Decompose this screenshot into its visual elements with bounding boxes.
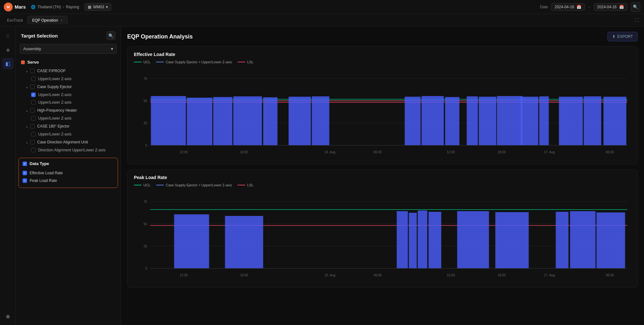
svg-rect-26 xyxy=(539,96,549,145)
case-supply-z2-checkbox[interactable] xyxy=(31,100,36,105)
rail-layers-button[interactable]: ◧ xyxy=(2,58,14,69)
analysis-title: EQP Operation Analysis xyxy=(127,33,193,40)
svg-rect-50 xyxy=(225,216,263,268)
chart1-title: Effective Load Rate xyxy=(134,52,631,57)
tree-child-hf-heater-z1[interactable]: Upper/Lower Z-axis xyxy=(18,114,118,122)
tab-close-icon[interactable]: × xyxy=(60,18,62,22)
tab-evotrack[interactable]: EvoTrack xyxy=(3,16,27,24)
svg-rect-56 xyxy=(495,212,529,268)
topbar-search-button[interactable]: 🔍 xyxy=(631,2,640,12)
svg-text:0: 0 xyxy=(145,267,147,270)
chart2-lsl-line-icon xyxy=(238,185,245,185)
chart2-main-label: Case Supply Ejector > Upper/Lower Z-axis xyxy=(166,183,232,187)
chart2-legend-ucl: UCL xyxy=(134,183,150,187)
svg-rect-58 xyxy=(570,211,596,268)
svg-text:12:00: 12:00 xyxy=(447,150,455,154)
servo-group: Servo ▴ CASE F/PROOF Upper/Lower Z-axis … xyxy=(18,58,118,154)
case-supply-z1-checkbox[interactable] xyxy=(31,93,36,97)
svg-rect-28 xyxy=(584,96,601,145)
topbar: M Mars 🌐 Thailand (TH) › Rayong ▦ WM03 ▾… xyxy=(0,0,644,14)
wm-chevron: ▾ xyxy=(106,5,108,9)
side-panel: Target Selection 🔍 Assembly ▾ Servo ▴ xyxy=(16,27,121,325)
case-supply-checkbox[interactable] xyxy=(30,85,35,89)
chart-area: EQP Operation Analysis ⬆ EXPORT Effectiv… xyxy=(121,27,644,325)
chart1-ucl-label: UCL xyxy=(143,60,150,64)
chart1-legend-lsl: LSL xyxy=(238,60,253,64)
tree-item-case-fproof[interactable]: ▴ CASE F/PROOF xyxy=(18,67,118,75)
case-180-checkbox[interactable] xyxy=(30,124,35,128)
tab-expand-icon[interactable]: ⛶ xyxy=(635,18,639,23)
assembly-dropdown[interactable]: Assembly ▾ xyxy=(20,44,117,54)
tree-item-case-supply[interactable]: ▴ Case Supply Ejector xyxy=(18,83,118,91)
cdau-label: Case Direction Alignment Unit xyxy=(37,140,88,144)
chart1-legend-ucl: UCL xyxy=(134,60,150,64)
case-180-z1-label: Upper/Lower Z-axis xyxy=(38,132,72,136)
rail-globe-button[interactable]: ◉ xyxy=(2,310,14,322)
export-icon: ⬆ xyxy=(612,34,615,39)
globe-icon: 🌐 xyxy=(31,5,36,9)
effective-load-rate-checkbox[interactable] xyxy=(23,171,27,175)
svg-rect-52 xyxy=(409,213,417,268)
chart2-ucl-label: UCL xyxy=(143,183,150,187)
tree-item-case-180[interactable]: ▴ CASE 180° Ejector xyxy=(18,122,118,130)
effective-load-rate-card: Effective Load Rate UCL Case Supply Ejec… xyxy=(127,46,638,164)
svg-rect-54 xyxy=(429,212,441,268)
hf-heater-z1-checkbox[interactable] xyxy=(31,116,36,121)
svg-rect-49 xyxy=(174,214,209,268)
svg-rect-55 xyxy=(457,211,489,268)
svg-text:18:00: 18:00 xyxy=(498,150,506,154)
rail-home-button[interactable]: ⌂ xyxy=(2,30,14,41)
peak-load-rate-checkbox[interactable] xyxy=(23,178,27,183)
tree-child-case-fproof-z1[interactable]: Upper/Lower Z-axis xyxy=(18,75,118,83)
wm-badge[interactable]: ▦ WM03 ▾ xyxy=(84,3,112,11)
date-separator: – xyxy=(588,4,590,9)
chart1-legend: UCL Case Supply Ejector > Upper/Lower Z-… xyxy=(134,60,631,64)
tree-child-case-supply-z1[interactable]: Upper/Lower Z-axis xyxy=(18,91,118,99)
case-fproof-checkbox[interactable] xyxy=(30,69,35,73)
svg-rect-12 xyxy=(151,96,186,145)
hf-heater-checkbox[interactable] xyxy=(30,108,35,113)
topbar-right: Date 2024-04-16 📅 – 2024-04-16 📅 🔍 xyxy=(540,2,640,12)
data-type-master-checkbox[interactable] xyxy=(23,162,27,166)
hf-heater-label: High-Frequency Heater xyxy=(37,108,77,113)
rail-chart-button[interactable]: ◈ xyxy=(2,44,14,55)
case-180-chevron: ▴ xyxy=(26,125,28,128)
tree-item-hf-heater[interactable]: ▴ High-Frequency Heater xyxy=(18,106,118,114)
svg-text:17. Aug: 17. Aug xyxy=(544,273,555,277)
case-180-z1-checkbox[interactable] xyxy=(31,132,36,136)
svg-rect-18 xyxy=(312,96,329,145)
tree-child-cdau-z1[interactable]: Direction Alignment Upper/Lower Z-axis xyxy=(18,146,118,154)
date-end-value: 2024-04-16 xyxy=(597,5,617,9)
assembly-dropdown-value: Assembly xyxy=(23,46,41,51)
data-type-effective[interactable]: Effective Load Rate xyxy=(23,169,114,177)
tree-child-case-180-z1[interactable]: Upper/Lower Z-axis xyxy=(18,130,118,138)
svg-text:06:00: 06:00 xyxy=(374,150,382,154)
panel-header: Target Selection 🔍 xyxy=(16,31,121,44)
svg-text:06:00: 06:00 xyxy=(606,150,614,154)
servo-group-header[interactable]: Servo xyxy=(18,58,118,67)
date-start-input[interactable]: 2024-04-16 📅 xyxy=(551,3,585,11)
export-button[interactable]: ⬆ EXPORT xyxy=(607,32,638,41)
case-supply-chevron: ▴ xyxy=(26,85,28,89)
location-city: Rayong xyxy=(66,5,79,9)
case-fproof-z1-label: Upper/Lower Z-axis xyxy=(38,77,72,81)
svg-rect-13 xyxy=(187,98,212,145)
panel-search-button[interactable]: 🔍 xyxy=(107,31,115,40)
tree-child-case-supply-z2[interactable]: Upper/Lower Z-axis xyxy=(18,99,118,106)
data-type-section: Data Type Effective Load Rate Peak Load … xyxy=(18,158,118,188)
chart2-legend-main: Case Supply Ejector > Upper/Lower Z-axis xyxy=(156,183,232,187)
svg-text:50: 50 xyxy=(143,99,147,103)
tree-item-cdau[interactable]: ▴ Case Direction Alignment Unit xyxy=(18,138,118,146)
cdau-z1-checkbox[interactable] xyxy=(31,148,36,152)
case-fproof-z1-checkbox[interactable] xyxy=(31,77,36,81)
svg-text:12:00: 12:00 xyxy=(447,273,455,277)
tab-eqp-operation[interactable]: EQP Operation × xyxy=(27,16,67,24)
hf-heater-z1-label: Upper/Lower Z-axis xyxy=(38,116,72,121)
chart2-legend: UCL Case Supply Ejector > Upper/Lower Z-… xyxy=(134,183,631,187)
date-end-input[interactable]: 2024-04-16 📅 xyxy=(594,3,627,11)
svg-text:18:00: 18:00 xyxy=(240,150,248,154)
cdau-checkbox[interactable] xyxy=(30,140,35,144)
svg-rect-22 xyxy=(467,96,478,145)
data-type-peak[interactable]: Peak Load Rate xyxy=(23,177,114,184)
chart2-legend-lsl: LSL xyxy=(238,183,253,187)
